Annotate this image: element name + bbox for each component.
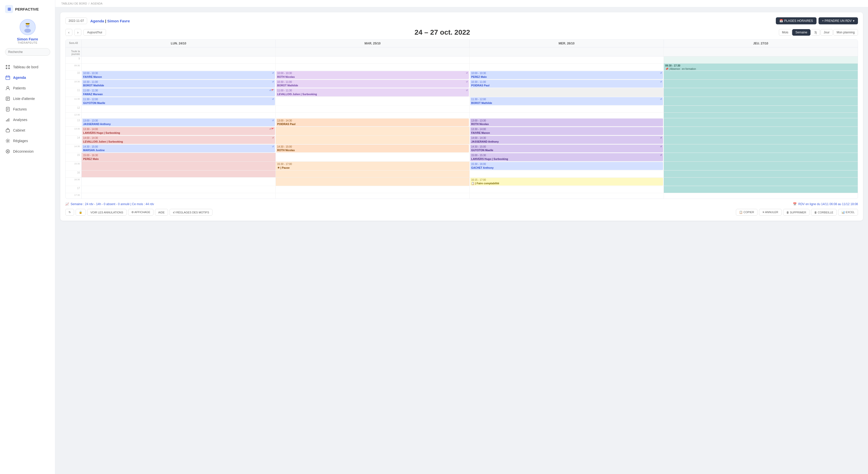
- event-mon-levallois[interactable]: 14:00 - 14:30LEVALLOIS Julien | Surbooki…: [82, 136, 275, 144]
- cell-wed-16-30[interactable]: 16:15 - 17:00📋 | Faire comptabilité: [470, 178, 664, 186]
- cell-tue-17-30[interactable]: [276, 193, 470, 198]
- plages-horaires-button[interactable]: 📅 PLAGES HORAIRES: [776, 17, 816, 24]
- cell-wed-12[interactable]: [470, 106, 664, 113]
- event-wed-faivre[interactable]: 13:30 - 14:00FAIVRE Manon: [470, 127, 663, 135]
- cell-tue-14-30[interactable]: 14:30 - 15:00ROTH Nicolas: [276, 145, 470, 153]
- view-mois[interactable]: Mois: [779, 29, 792, 36]
- cell-mon-12-30[interactable]: [82, 113, 276, 118]
- next-button[interactable]: ›: [74, 29, 82, 36]
- supprimer-button[interactable]: 🗑 SUPPRIMER: [783, 209, 809, 216]
- refresh-button[interactable]: ↻: [65, 209, 74, 216]
- cell-mon-11-30[interactable]: 11:30 - 12:00GUYOTON Maelle ↺: [82, 97, 276, 105]
- cell-tue-9-30[interactable]: [276, 64, 470, 70]
- cell-wed-9-30[interactable]: [470, 64, 664, 70]
- cell-tue-12-30[interactable]: [276, 113, 470, 118]
- view-mon-planning[interactable]: Mon planning: [833, 29, 858, 36]
- cell-tue-9[interactable]: [276, 57, 470, 63]
- cell-wed-15[interactable]: 15:00 - 15:30LANVERS Hugo | Surbooking ↺: [470, 153, 664, 161]
- sidebar-item-deconnexion[interactable]: Déconnexion: [0, 146, 55, 157]
- cell-mon-10[interactable]: 10:00 - 10:30FAIVRE Manon ↺: [82, 71, 276, 79]
- cell-tue-13[interactable]: 13:00 - 14:30POIDRAS Paul: [276, 118, 470, 127]
- cell-wed-14-30[interactable]: 14:30 - 15:00GUYOTON Maelle ↺: [470, 145, 664, 153]
- event-tue-roth[interactable]: 10:00 - 10:30ROTH Nicolas ↺: [276, 71, 469, 79]
- event-wed-guyoton[interactable]: 14:30 - 15:00GUYOTON Maelle ↺: [470, 145, 663, 153]
- prev-button[interactable]: ‹: [65, 29, 72, 36]
- cell-wed-12-30[interactable]: [470, 113, 664, 118]
- event-mon-lanvers[interactable]: 13:30 - 14:00LANVERS Hugo | Surbooking ↺…: [82, 127, 275, 135]
- event-mon-marsan[interactable]: 14:30 - 15:00MARSAN Justine ↺: [82, 145, 275, 153]
- annuler-button[interactable]: ✕ ANNULER: [759, 209, 782, 216]
- cell-wed-13[interactable]: 13:00 - 13:30ROTH Nicolas: [470, 118, 664, 127]
- cell-tue-15-30[interactable]: 15:30 - 17:00☀ | Pause: [276, 162, 470, 170]
- event-wed-poidras[interactable]: 10:30 - 11:00POIDRAS Paul ↺: [470, 80, 663, 88]
- cell-wed-13-30[interactable]: 13:30 - 14:00FAIVRE Manon: [470, 127, 664, 135]
- cell-mon-13[interactable]: 13:00 - 13:30JASSERAND Anthony ↺: [82, 118, 276, 127]
- event-tue-roth-2[interactable]: 14:30 - 15:00ROTH Nicolas: [276, 145, 469, 153]
- sidebar-item-liste-attente[interactable]: Liste d'attente: [0, 93, 55, 104]
- event-wed-gachet[interactable]: 15:30 - 16:00GACHET Anthony: [470, 162, 663, 170]
- copier-button[interactable]: 📋 COPIER: [736, 209, 757, 216]
- view-jour[interactable]: Jour: [820, 29, 833, 36]
- cell-mon-11[interactable]: 11:00 - 11:30FAWAZ Marwan ↺🚩: [82, 88, 276, 97]
- prendre-rdv-button[interactable]: + PRENDRE UN RDV ▾: [818, 17, 858, 24]
- cell-wed-10-30[interactable]: 10:30 - 11:00POIDRAS Paul ↺: [470, 80, 664, 88]
- event-mon-faivre[interactable]: 10:00 - 10:30FAIVRE Manon ↺: [82, 71, 275, 79]
- reglages-motifs-button[interactable]: 🏷 RÉGLAGES DES MOTIFS: [169, 209, 213, 216]
- sidebar-item-agenda[interactable]: Agenda: [0, 72, 55, 83]
- cell-wed-17-30[interactable]: [470, 193, 664, 198]
- cell-tue-11[interactable]: 11:00 - 11:30LEVALLOIS Julien | Surbooki…: [276, 88, 470, 97]
- event-wed-roth[interactable]: 13:00 - 13:30ROTH Nicolas: [470, 119, 663, 127]
- view-semaine[interactable]: Semaine: [792, 29, 810, 36]
- cell-mon-14-30[interactable]: 14:30 - 15:00MARSAN Justine ↺: [82, 145, 276, 153]
- search-input[interactable]: [5, 48, 50, 56]
- cell-mon-17-30[interactable]: [82, 193, 276, 198]
- excel-button[interactable]: 📊 EXCEL: [838, 209, 858, 216]
- event-wed-lanvers[interactable]: 15:00 - 15:30LANVERS Hugo | Surbooking ↺: [470, 153, 663, 161]
- cell-tue-10-30[interactable]: 10:30 - 11:00BOROT Mathilde ↺: [276, 80, 470, 88]
- sidebar-item-tableau-de-bord[interactable]: Tableau de bord: [0, 62, 55, 72]
- voir-annulations-button[interactable]: VOIR LES ANNULATIONS: [87, 209, 127, 216]
- sidebar-item-reglages[interactable]: Réglages: [0, 135, 55, 146]
- event-tue-pause[interactable]: 15:30 - 17:00☀ | Pause: [276, 162, 469, 170]
- cell-thu-9-30[interactable]: 09:30 - 17:30 📌 | Absence : en formation: [664, 64, 858, 70]
- affichage-button[interactable]: ⚙ AFFICHAGE: [128, 209, 153, 216]
- cell-wed-10[interactable]: 10:00 - 10:30PEREZ Malo ↺: [470, 71, 664, 79]
- event-wed-borot[interactable]: 11:30 - 12:00BOROT Mathilde ↺: [470, 97, 663, 105]
- cell-mon-9-30[interactable]: [82, 64, 276, 70]
- cell-mon-13-30[interactable]: 13:30 - 14:00LANVERS Hugo | Surbooking ↺…: [82, 127, 276, 135]
- event-wed-jasserand[interactable]: 14:00 - 14:30JASSERAND Anthony ↺: [470, 136, 663, 144]
- sidebar-item-patients[interactable]: Patients: [0, 83, 55, 93]
- sidebar-item-cabinet[interactable]: Cabinet: [0, 125, 55, 135]
- cell-mon-15[interactable]: 15:00 - 16:30PEREZ Malo: [82, 153, 276, 161]
- cell-mon-9[interactable]: [82, 57, 276, 63]
- aide-button[interactable]: AIDE: [155, 209, 168, 216]
- today-button[interactable]: Aujourd'hui: [83, 29, 106, 36]
- corbeille-button[interactable]: 🗑 CORBEILLE: [811, 209, 837, 216]
- cell-mon-10-30[interactable]: 10:30 - 11:00BOROT Mathilde ↺: [82, 80, 276, 88]
- cell-thu-9[interactable]: [664, 57, 858, 63]
- cell-wed-17[interactable]: [470, 186, 664, 193]
- event-wed-perez[interactable]: 10:00 - 10:30PEREZ Malo ↺: [470, 71, 663, 79]
- sidebar-item-analyses[interactable]: Analyses: [0, 115, 55, 125]
- cell-wed-9[interactable]: [470, 57, 664, 63]
- cell-mon-17[interactable]: [82, 186, 276, 193]
- cell-tue-10[interactable]: 10:00 - 10:30ROTH Nicolas ↺: [276, 71, 470, 79]
- sidebar-item-factures[interactable]: Factures: [0, 104, 55, 115]
- event-tue-levallois[interactable]: 11:00 - 11:30LEVALLOIS Julien | Surbooki…: [276, 88, 469, 96]
- event-mon-jasserand[interactable]: 13:00 - 13:30JASSERAND Anthony ↺: [82, 119, 275, 127]
- lock-button[interactable]: 🔒: [75, 209, 86, 216]
- cell-mon-16-30[interactable]: [82, 178, 276, 186]
- event-tue-poidras[interactable]: 13:00 - 14:30POIDRAS Paul: [276, 119, 469, 127]
- event-wed-comptabilite[interactable]: 16:15 - 17:00📋 | Faire comptabilité: [470, 178, 663, 186]
- cell-tue-12[interactable]: [276, 106, 470, 113]
- event-mon-borot[interactable]: 10:30 - 11:00BOROT Mathilde ↺: [82, 80, 275, 88]
- cell-mon-14[interactable]: 14:00 - 14:30LEVALLOIS Julien | Surbooki…: [82, 135, 276, 144]
- event-mon-fawaz[interactable]: 11:00 - 11:30FAWAZ Marwan ↺🚩: [82, 88, 275, 96]
- cell-wed-14[interactable]: 14:00 - 14:30JASSERAND Anthony ↺: [470, 135, 664, 144]
- view-3j[interactable]: 3j: [811, 29, 820, 36]
- cell-mon-12[interactable]: [82, 106, 276, 113]
- cell-wed-11-30[interactable]: 11:30 - 12:00BOROT Mathilde ↺: [470, 97, 664, 105]
- cell-wed-15-30[interactable]: 15:30 - 16:00GACHET Anthony: [470, 162, 664, 170]
- event-tue-borot[interactable]: 10:30 - 11:00BOROT Mathilde ↺: [276, 80, 469, 88]
- event-mon-perez[interactable]: 15:00 - 16:30PEREZ Malo: [82, 153, 275, 161]
